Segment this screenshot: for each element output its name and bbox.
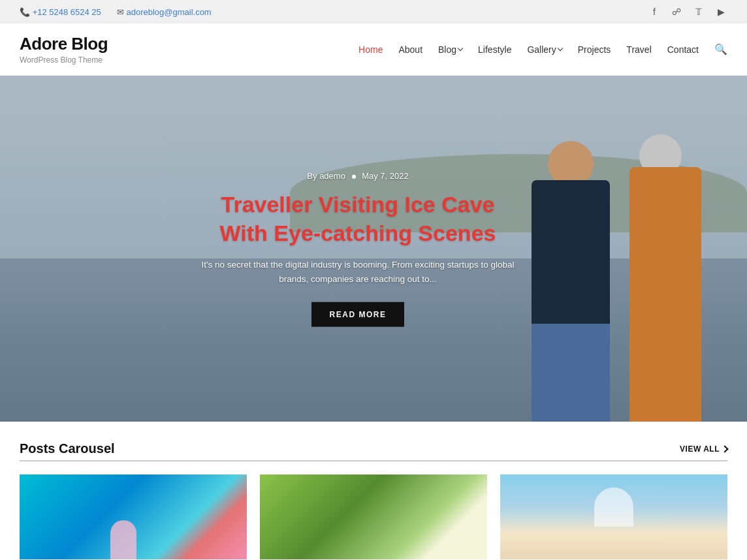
nav-blog[interactable]: Blog xyxy=(438,44,462,55)
posts-section-title: Posts Carousel xyxy=(20,441,115,456)
post-card-3[interactable] xyxy=(500,474,727,559)
email-icon: ✉ xyxy=(117,7,124,17)
woman-body xyxy=(629,167,701,422)
nav-contact[interactable]: Contact xyxy=(667,44,699,55)
post-card-2[interactable] xyxy=(260,474,487,559)
blog-dropdown-arrow xyxy=(458,46,463,51)
youtube-icon[interactable]: ▶ xyxy=(714,5,727,18)
instagram-icon[interactable]: ☍ xyxy=(670,5,683,18)
view-all-arrow-icon xyxy=(721,445,728,452)
logo-subtitle: WordPress Blog Theme xyxy=(20,55,108,65)
view-all-label: VIEW ALL xyxy=(680,444,720,454)
post-thumb-3 xyxy=(500,474,727,559)
post-thumb-2 xyxy=(260,474,487,559)
nav-travel[interactable]: Travel xyxy=(626,44,651,55)
logo-title[interactable]: Adore Blog xyxy=(20,34,108,54)
man-pants xyxy=(532,324,610,422)
main-nav: Home About Blog Lifestyle Gallery Projec… xyxy=(358,43,727,55)
search-button[interactable]: 🔍 xyxy=(714,43,727,55)
phone-link[interactable]: +12 5248 6524 25 xyxy=(33,7,101,17)
header: Adore Blog WordPress Blog Theme Home Abo… xyxy=(0,23,747,76)
social-links: f ☍ 𝕋 ▶ xyxy=(648,5,727,18)
posts-carousel-section: Posts Carousel VIEW ALL xyxy=(0,422,747,559)
twitter-icon[interactable]: 𝕋 xyxy=(692,5,705,18)
logo-area: Adore Blog WordPress Blog Theme xyxy=(20,34,108,65)
man-body xyxy=(532,180,610,422)
meta-dot xyxy=(352,174,356,178)
hero-title: Traveller Visiting Ice Cave With Eye-cat… xyxy=(201,190,515,247)
hero-date: May 7, 2022 xyxy=(362,171,409,181)
hero-excerpt: It's no secret that the digital industry… xyxy=(201,258,515,286)
phone-contact: 📞 +12 5248 6524 25 xyxy=(20,7,101,17)
hero-content: By ademo May 7, 2022 Traveller Visiting … xyxy=(201,171,515,327)
posts-grid xyxy=(20,474,727,559)
email-contact: ✉ adoreblog@gmail.com xyxy=(117,7,212,17)
facebook-icon[interactable]: f xyxy=(648,5,661,18)
gallery-dropdown-arrow xyxy=(558,46,563,51)
phone-icon: 📞 xyxy=(20,7,30,17)
hero-author: ademo xyxy=(319,171,345,181)
top-bar: 📞 +12 5248 6524 25 ✉ adoreblog@gmail.com… xyxy=(0,0,747,23)
view-all-link[interactable]: VIEW ALL xyxy=(680,444,727,454)
email-link[interactable]: adoreblog@gmail.com xyxy=(126,7,211,17)
woman-figure xyxy=(629,148,708,422)
top-bar-contacts: 📞 +12 5248 6524 25 ✉ adoreblog@gmail.com xyxy=(20,7,212,17)
hero-section: By ademo May 7, 2022 Traveller Visiting … xyxy=(0,76,747,422)
man-figure xyxy=(532,161,616,422)
nav-lifestyle[interactable]: Lifestyle xyxy=(478,44,511,55)
posts-header: Posts Carousel VIEW ALL xyxy=(20,441,727,456)
nav-about[interactable]: About xyxy=(398,44,422,55)
read-more-button[interactable]: READ MORE xyxy=(311,302,405,326)
post-card-1[interactable] xyxy=(20,474,247,559)
nav-home[interactable]: Home xyxy=(358,44,383,55)
hero-meta: By ademo May 7, 2022 xyxy=(201,171,515,181)
posts-divider xyxy=(20,460,727,461)
nav-projects[interactable]: Projects xyxy=(578,44,611,55)
post-thumb-1 xyxy=(20,474,247,559)
nav-gallery[interactable]: Gallery xyxy=(527,44,562,55)
